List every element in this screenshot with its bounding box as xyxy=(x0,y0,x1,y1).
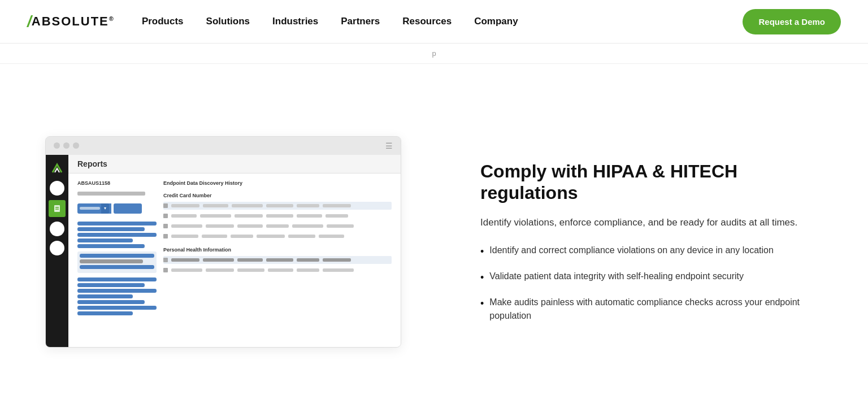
table-row xyxy=(163,212,392,220)
table-cell-bar xyxy=(237,224,263,228)
mockup-action-btn xyxy=(114,203,142,214)
close-dot xyxy=(54,142,60,149)
table-cell-bar xyxy=(323,268,354,272)
table-cell-bar xyxy=(206,224,234,228)
mockup-section-endpoint: Endpoint Data Discovery History xyxy=(163,180,392,186)
mockup-buttons-row: ▾ xyxy=(77,203,157,214)
table-cell-bar xyxy=(297,214,322,218)
request-demo-button[interactable]: Request a Demo xyxy=(743,9,841,34)
table-cell-bar xyxy=(266,214,293,218)
table-cell-bar xyxy=(237,268,264,272)
mockup-list-item-1 xyxy=(77,222,157,248)
table-cell-bar xyxy=(231,235,253,238)
mockup-dropdown-arrow: ▾ xyxy=(101,203,109,214)
mockup-window-controls xyxy=(54,142,79,149)
table-cell-bar xyxy=(235,214,263,218)
main-content: ☰ xyxy=(0,64,868,399)
mockup-sidebar xyxy=(46,155,68,347)
product-mockup: ☰ xyxy=(45,136,413,348)
table-cell-sq xyxy=(163,258,168,262)
nav-link-products[interactable]: Products xyxy=(142,16,184,27)
bullet-item-1: • Identify and correct compliance violat… xyxy=(480,244,823,259)
bullet-text-1: Identify and correct compliance violatio… xyxy=(489,244,774,257)
mockup-reports-label: Reports xyxy=(77,159,107,168)
mockup-section-title-2: Credit Card Number xyxy=(163,193,392,198)
table-cell-bar xyxy=(297,268,319,272)
table-cell-bar xyxy=(171,204,199,207)
logo-text: ABSOLUTE® xyxy=(32,14,115,29)
nav-links: Products Solutions Industries Partners R… xyxy=(142,16,518,27)
table-row xyxy=(163,266,392,274)
mockup-table-credit xyxy=(163,202,392,240)
nav-link-partners[interactable]: Partners xyxy=(341,16,380,27)
nav-link-industries[interactable]: Industries xyxy=(272,16,318,27)
table-cell-bar xyxy=(292,224,323,228)
table-cell-sq xyxy=(163,234,168,238)
mockup-section-title-3: Personal Health Information xyxy=(163,247,392,253)
mockup-table-area: Endpoint Data Discovery History Credit C… xyxy=(163,180,392,317)
table-cell-bar xyxy=(266,224,289,228)
table-cell-bar xyxy=(288,235,315,238)
logo-slash-icon: / xyxy=(27,12,32,31)
content-right: Comply with HIPAA & HITECH regulations I… xyxy=(458,161,823,323)
mockup-list-item-2 xyxy=(77,277,157,315)
table-cell-bar xyxy=(171,214,197,218)
mockup-menu-icon: ☰ xyxy=(385,141,393,150)
table-cell-bar xyxy=(326,214,348,218)
content-heading: Comply with HIPAA & HITECH regulations xyxy=(480,161,823,204)
mockup-table-phi xyxy=(163,256,392,274)
table-cell-bar xyxy=(171,235,198,238)
table-cell-bar xyxy=(171,224,202,228)
nav-link-company[interactable]: Company xyxy=(474,16,518,27)
table-cell-sq xyxy=(163,224,168,228)
bullet-text-2: Validate patient data integrity with sel… xyxy=(489,270,744,283)
table-cell-bar xyxy=(206,268,234,272)
table-cell-sq xyxy=(163,214,168,218)
mockup-section-title-1: Endpoint Data Discovery History xyxy=(163,180,392,186)
table-row xyxy=(163,232,392,240)
table-row xyxy=(163,222,392,230)
table-cell-bar xyxy=(171,268,202,272)
table-cell-bar xyxy=(257,235,285,238)
table-cell-bar xyxy=(297,258,319,262)
content-bullets: • Identify and correct compliance violat… xyxy=(480,244,823,323)
table-cell-bar xyxy=(323,204,351,207)
svg-rect-0 xyxy=(54,205,60,212)
nav-left: / ABSOLUTE® Products Solutions Industrie… xyxy=(27,12,518,31)
logo[interactable]: / ABSOLUTE® xyxy=(27,12,115,31)
table-cell-sq xyxy=(163,268,168,272)
table-cell-bar xyxy=(323,258,351,262)
table-cell-bar xyxy=(203,204,228,207)
bullet-icon-2: • xyxy=(480,270,484,285)
nav-link-resources[interactable]: Resources xyxy=(402,16,452,27)
table-cell-bar xyxy=(232,204,263,207)
minimize-dot xyxy=(63,142,70,149)
table-cell-bar xyxy=(268,268,293,272)
mockup-window: ☰ xyxy=(45,136,401,348)
mockup-list-item-selected xyxy=(77,251,157,273)
mockup-section-credit: Credit Card Number xyxy=(163,193,392,240)
mockup-section-phi: Personal Health Information xyxy=(163,247,392,274)
content-intro: Identify violations, enforce compliance,… xyxy=(480,215,823,230)
table-cell-bar xyxy=(266,258,293,262)
mockup-sidebar-icon-4 xyxy=(50,241,64,255)
mockup-sidebar-list: ABSAUS1158 ▾ xyxy=(77,180,157,317)
mockup-sidebar-icon-1 xyxy=(50,181,64,196)
mockup-bar-placeholder xyxy=(77,192,145,196)
bullet-icon-3: • xyxy=(480,296,484,311)
table-cell-bar xyxy=(319,235,344,238)
bullet-icon-1: • xyxy=(480,244,484,259)
mockup-sidebar-icon-2 xyxy=(49,200,66,217)
nav-link-solutions[interactable]: Solutions xyxy=(206,16,250,27)
table-row xyxy=(163,202,392,210)
mockup-main-panel: Reports ABSAUS1158 xyxy=(68,155,401,347)
table-cell-bar xyxy=(266,204,293,207)
bullet-item-3: • Make audits painless with automatic co… xyxy=(480,296,823,323)
table-cell-bar xyxy=(297,204,319,207)
mockup-device-row: ABSAUS1158 xyxy=(77,180,157,186)
table-cell-bar xyxy=(327,224,354,228)
table-cell-sq xyxy=(163,203,168,208)
table-cell-bar xyxy=(171,258,199,262)
mockup-dropdown-btn: ▾ xyxy=(77,203,111,214)
maximize-dot xyxy=(73,142,79,149)
